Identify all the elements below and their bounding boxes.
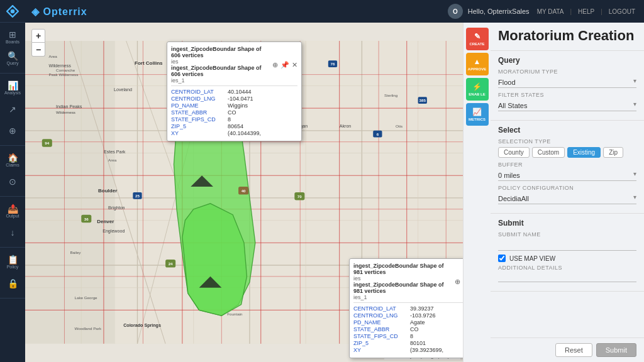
moratorium-type-select-wrap: Flood (498, 76, 636, 88)
filter-states-select[interactable]: All States (498, 101, 636, 111)
popup-val: 80654 (228, 123, 243, 129)
down-icon: ↓ (11, 228, 15, 237)
boards-icon: ⊞ (9, 30, 16, 39)
popup-val: Wiggins (228, 102, 248, 109)
popup-row: XY(40.1044399, (171, 130, 297, 136)
analysis-icon: 📊 (8, 81, 18, 90)
user-greeting: Hello, OpterrixSales (468, 8, 530, 15)
sidebar-item-output[interactable]: 📤 Output (1, 201, 24, 221)
enable-button[interactable]: ⚡ ENAB LE (466, 78, 489, 101)
main-area: ◈ Opterrix O Hello, OpterrixSales MY DAT… (25, 0, 644, 362)
popup-key: STATE_FIPS_CD (353, 333, 410, 339)
popup-key: PD_NAME (353, 319, 410, 326)
policy-config-label: POLICY CONFIGURATION (498, 185, 636, 191)
use-map-view-label[interactable]: USE MAP VIEW (509, 255, 555, 262)
logout-link[interactable]: LOGOUT (606, 7, 638, 16)
query-section-title: Query (498, 56, 636, 65)
tab-zip[interactable]: Zip (603, 147, 623, 158)
policy-config-select[interactable]: DecidiaAll (498, 194, 636, 204)
my-data-link[interactable]: MY DATA (535, 7, 567, 16)
buffer-field: BUFFER 0 miles (498, 162, 636, 181)
popup-2-header: ingest_ZipcodeBoundar Shape of 981 verti… (353, 263, 463, 303)
svg-text:Colorado Springs: Colorado Springs (123, 323, 161, 328)
sidebar-item-boards[interactable]: ⊞ Boards (1, 27, 24, 47)
create-icon: ✎ (474, 32, 480, 41)
svg-text:25: 25 (135, 194, 140, 198)
approve-button[interactable]: ▲ APPROVE (466, 53, 489, 75)
select-section: Select SELECTION TYPE County Custom Exis… (491, 121, 644, 214)
select-section-title: Select (498, 126, 636, 134)
create-button[interactable]: ✎ CREATE (466, 28, 489, 50)
zoom-in-button[interactable]: + (31, 29, 45, 43)
sidebar-item-lock[interactable]: 🔒 (1, 273, 24, 293)
popup-1-title: ingest_ZipcodeBoundar Shape of 606 verti… (171, 46, 272, 84)
popup-key: CENTROID_LAT (171, 89, 228, 95)
popup-1-header: ingest_ZipcodeBoundar Shape of 606 verti… (171, 46, 297, 86)
popup-val: (39.3923699, (410, 347, 443, 353)
popup2-move-icon[interactable]: ⊕ (455, 278, 460, 286)
sidebar-item-claims[interactable]: 🏠 Claims (1, 150, 24, 170)
arrow-icon: ↗ (9, 105, 16, 114)
popup-row: CENTROID_LNG-103.9726 (353, 312, 463, 319)
svg-text:Estes Park: Estes Park (104, 150, 126, 155)
sidebar-item-query[interactable]: 🔍 Query (1, 48, 24, 69)
sidebar-item-plus[interactable]: ⊕ (1, 121, 24, 141)
policy-icon: 📋 (8, 255, 18, 264)
svg-text:Area: Area (108, 158, 117, 162)
popup-row: STATE_FIPS_CD8 (171, 116, 297, 123)
reset-button[interactable]: Reset (555, 343, 592, 357)
metrics-icon: 📈 (472, 107, 482, 116)
popup-2-rows: CENTROID_LAT39.39237CENTROID_LNG-103.972… (353, 305, 463, 353)
output-icon: 📤 (8, 204, 18, 213)
submit-name-input[interactable] (498, 240, 636, 251)
popup-val: 39.39237 (410, 305, 434, 312)
svg-text:Lake George: Lake George (75, 295, 98, 300)
svg-text:Area: Area (48, 54, 57, 58)
svg-text:Otis: Otis (396, 124, 402, 128)
submit-name-field: SUBMIT NAME (498, 231, 636, 251)
popup-pin-icon[interactable]: 📌 (280, 61, 289, 69)
topbar: ◈ Opterrix O Hello, OpterrixSales MY DAT… (25, 0, 644, 23)
app-logo (0, 0, 25, 23)
sidebar-item-down[interactable]: ↓ (1, 222, 24, 243)
submit-button[interactable]: Submit (596, 343, 636, 357)
svg-text:Comanche: Comanche (56, 68, 75, 72)
svg-text:Brighton: Brighton (108, 206, 125, 211)
help-link[interactable]: HELP (575, 7, 597, 16)
popup-row: CENTROID_LNG-104.0471 (171, 96, 297, 102)
svg-text:40: 40 (242, 189, 246, 193)
moratorium-type-select[interactable]: Flood (498, 77, 636, 88)
popup-key: STATE_FIPS_CD (171, 116, 228, 123)
sidebar-item-analysis[interactable]: 📊 Analysis (1, 78, 24, 98)
zoom-out-button[interactable]: − (31, 43, 45, 57)
svg-text:Fort Collins: Fort Collins (135, 60, 163, 66)
popup-val: (40.1044399, (228, 130, 261, 136)
moratorium-type-field: MORATORIUM TYPE Flood (498, 69, 636, 88)
buffer-select-wrap: 0 miles (498, 169, 636, 181)
popup-2-controls: ⊕ 📌 ✕ (455, 278, 463, 286)
popup-move-icon[interactable]: ⊕ (272, 61, 278, 69)
sidebar-section-policy: 📋 Policy 🔒 (0, 248, 25, 299)
use-map-view-checkbox[interactable] (498, 255, 506, 262)
left-sidebar: ⊞ Boards 🔍 Query 📊 Analysis ↗ ⊕ 🏠 Claims… (0, 0, 25, 362)
popup-row: XY(39.3923699, (353, 347, 463, 353)
svg-text:Loveland: Loveland (114, 87, 132, 92)
svg-text:Akron: Akron (340, 124, 352, 129)
metrics-button[interactable]: 📈 METRICS (466, 103, 489, 126)
popup-row: ZIP_580101 (353, 340, 463, 346)
sidebar-item-policy[interactable]: 📋 Policy (1, 252, 24, 272)
plus-icon: ⊕ (9, 126, 16, 135)
buffer-select[interactable]: 0 miles (498, 170, 636, 181)
popup-val: -103.9726 (410, 312, 436, 319)
popup-close-icon[interactable]: ✕ (292, 61, 297, 69)
map-area[interactable]: 25 76 6 385 94 36 70 24 40 Fo (25, 23, 463, 362)
svg-text:Bailey: Bailey (70, 250, 81, 255)
topbar-logo: ◈ Opterrix (31, 6, 87, 18)
popup-key: CENTROID_LNG (171, 96, 228, 102)
tab-county[interactable]: County (498, 147, 530, 158)
tab-existing[interactable]: Existing (567, 147, 601, 158)
tab-custom[interactable]: Custom (532, 147, 565, 158)
map-popup-2: ingest_ZipcodeBoundar Shape of 981 verti… (349, 258, 463, 358)
sidebar-item-arrow[interactable]: ↗ (1, 99, 24, 119)
sidebar-item-circle[interactable]: ⊙ (1, 172, 24, 192)
